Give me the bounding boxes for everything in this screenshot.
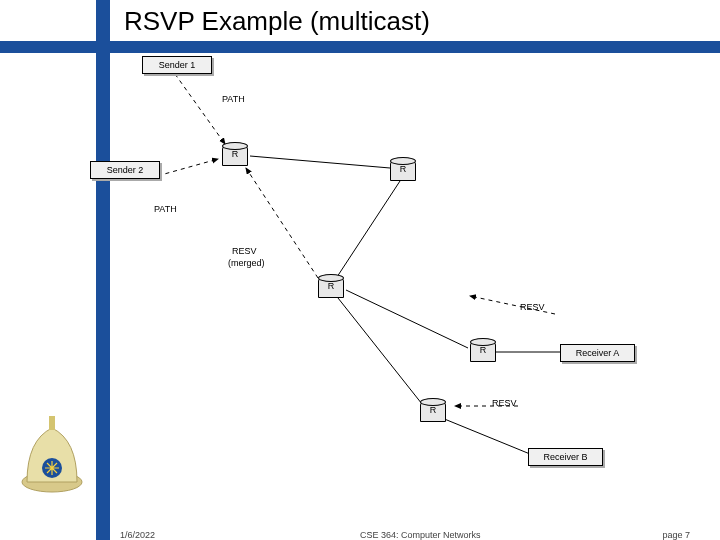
- router-1: R: [222, 146, 248, 166]
- footer-course: CSE 364: Computer Networks: [360, 530, 481, 540]
- left-stripe: [96, 0, 110, 540]
- resv-label-1: RESV: [520, 302, 545, 312]
- svg-line-4: [150, 159, 218, 178]
- svg-line-12: [442, 418, 530, 454]
- diagram-area: Sender 1 Sender 2 R R R R R Receiver A R…: [120, 46, 710, 490]
- router-2: R: [390, 161, 416, 181]
- router-3: R: [318, 278, 344, 298]
- router-5: R: [420, 402, 446, 422]
- svg-line-8: [346, 290, 468, 348]
- dome-logo: [15, 410, 90, 500]
- path-label-1: PATH: [222, 94, 245, 104]
- sender-2-node: Sender 2: [90, 161, 160, 179]
- receiver-b-node: Receiver B: [528, 448, 603, 466]
- path-label-2: PATH: [154, 204, 177, 214]
- receiver-a-node: Receiver A: [560, 344, 635, 362]
- slide-title: RSVP Example (multicast): [124, 0, 684, 41]
- footer-page: page 7: [662, 530, 690, 540]
- router-4: R: [470, 342, 496, 362]
- svg-rect-1: [49, 416, 55, 430]
- footer-date: 1/6/2022: [120, 530, 155, 540]
- diagram-arrows: [120, 46, 720, 496]
- resv-merged-label-2: (merged): [228, 258, 265, 268]
- sender-1-node: Sender 1: [142, 56, 212, 74]
- resv-merged-label-1: RESV: [232, 246, 257, 256]
- svg-line-6: [335, 181, 400, 280]
- svg-line-11: [338, 298, 422, 404]
- svg-line-5: [250, 156, 390, 168]
- resv-label-2: RESV: [492, 398, 517, 408]
- svg-line-3: [175, 74, 225, 144]
